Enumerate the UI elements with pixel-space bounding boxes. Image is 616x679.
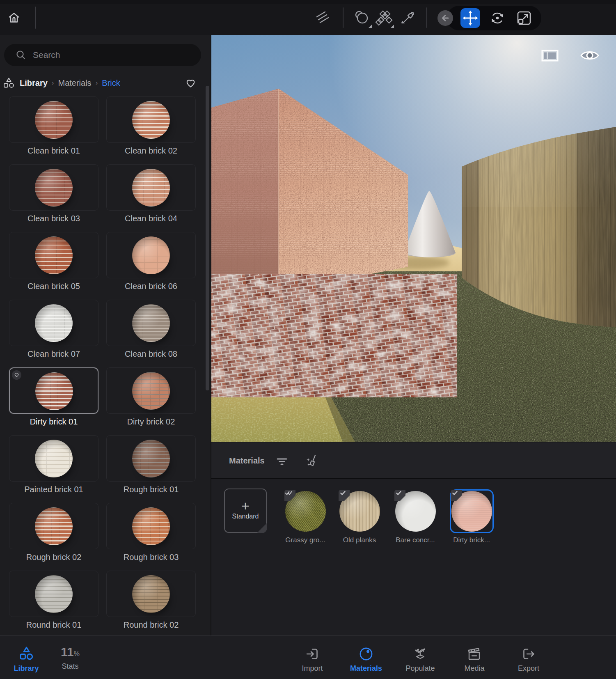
material-tile[interactable]: [106, 503, 196, 549]
material-tile[interactable]: [9, 300, 98, 346]
check-icon: [284, 490, 293, 497]
material-label: Rough brick 02: [9, 553, 98, 562]
scene-material-label: Bare concr...: [387, 536, 444, 544]
tab-materials[interactable]: Materials: [339, 646, 393, 673]
plus-icon: +: [241, 501, 250, 510]
tab-populate-label: Populate: [405, 664, 435, 673]
toolbar-divider: [343, 7, 343, 28]
panel-divider: [211, 478, 616, 479]
sidebar-scrollbar[interactable]: [206, 86, 209, 390]
home-icon[interactable]: [7, 11, 21, 24]
material-label: Clean brick 01: [9, 146, 98, 156]
material-tile[interactable]: [106, 232, 196, 278]
material-tile[interactable]: [9, 164, 98, 211]
filter-icon[interactable]: [275, 454, 289, 468]
back-arrow-button[interactable]: [437, 10, 453, 26]
material-drag-preview[interactable]: [211, 274, 457, 397]
dropdown-caret: [369, 25, 372, 28]
material-sphere: [35, 372, 73, 410]
tab-import-label: Import: [302, 664, 323, 673]
material-label: Clean brick 03: [9, 214, 98, 223]
export-icon: [520, 646, 537, 662]
material-tile[interactable]: [9, 503, 98, 549]
material-label: Round brick 02: [106, 620, 196, 630]
stats-value: 11%: [61, 646, 80, 660]
eyedropper-icon[interactable]: [400, 10, 416, 26]
scene-render: [211, 35, 616, 442]
material-sphere: [132, 304, 170, 342]
materials-panel-title: Materials: [229, 456, 265, 466]
checker-cross-icon[interactable]: [374, 8, 396, 30]
clean-brush-icon[interactable]: [304, 453, 321, 469]
move-icon: [460, 8, 480, 28]
scene-material-label: Dirty brick...: [443, 536, 500, 544]
material-sphere: [35, 440, 73, 477]
material-label: Rough brick 03: [106, 553, 196, 562]
scene-material-label: Old planks: [331, 536, 388, 544]
corner-fold: [257, 523, 267, 533]
check-icon: [394, 490, 403, 497]
material-tile[interactable]: [9, 96, 98, 143]
material-sphere: [132, 101, 170, 139]
tab-import[interactable]: Import: [286, 646, 339, 673]
tab-populate[interactable]: Populate: [394, 646, 447, 673]
material-label: Clean brick 04: [106, 214, 196, 223]
tab-materials-label: Materials: [350, 664, 382, 673]
material-tile[interactable]: [106, 164, 196, 211]
scale-icon: [514, 8, 534, 28]
check-icon: [451, 490, 459, 497]
scale-tool-button[interactable]: [514, 8, 534, 28]
media-clapper-icon: [466, 646, 483, 662]
favorite-badge[interactable]: [12, 370, 21, 380]
heart-icon: [14, 372, 19, 378]
material-tile[interactable]: [106, 367, 196, 414]
tab-library-label: Library: [14, 664, 39, 673]
material-sphere: [35, 507, 73, 545]
check-icon: [339, 490, 347, 497]
viewport-3d[interactable]: [211, 35, 616, 442]
material-tile[interactable]: [106, 96, 196, 143]
standard-material-tile[interactable]: + Standard: [224, 489, 267, 533]
top-toolbar: [0, 0, 616, 35]
scene-materials-panel: Materials + Standard Grassy gro...Old pl…: [211, 442, 616, 635]
dropdown-caret: [391, 25, 394, 28]
material-label: Dirty brick 02: [106, 417, 196, 427]
tab-media[interactable]: Media: [448, 646, 501, 673]
tab-export[interactable]: Export: [502, 646, 555, 673]
material-tile[interactable]: [9, 367, 98, 414]
material-tile[interactable]: [9, 435, 98, 482]
material-grid: Clean brick 01Clean brick 02Clean brick …: [0, 35, 211, 635]
sunlit-grass: [211, 397, 355, 442]
materials-panel-header: [211, 443, 616, 478]
material-sphere: [35, 236, 73, 274]
material-tile[interactable]: [9, 571, 98, 617]
scene-material-label: Grassy gro...: [277, 536, 334, 544]
material-sphere: [132, 507, 170, 545]
tab-stats-label: Stats: [62, 662, 78, 671]
material-tile[interactable]: [106, 435, 196, 482]
eye-icon[interactable]: [581, 52, 598, 59]
hatch-lines-icon[interactable]: [315, 11, 330, 25]
material-sphere: [132, 169, 170, 206]
library-sidebar: Library › Materials › Brick Clean brick …: [0, 35, 211, 635]
import-icon: [304, 646, 321, 662]
shape-circles-icon[interactable]: [352, 8, 373, 30]
rotate-icon: [488, 8, 507, 28]
tab-stats[interactable]: 11% Stats: [44, 646, 97, 671]
material-sphere: [35, 304, 73, 342]
material-label: Painted brick 01: [9, 485, 98, 494]
material-label: Clean brick 05: [9, 282, 98, 291]
material-tile[interactable]: [106, 300, 196, 346]
rotate-tool-button[interactable]: [488, 8, 507, 28]
standard-label: Standard: [232, 513, 259, 520]
material-tile[interactable]: [9, 232, 98, 278]
move-tool-button[interactable]: [460, 8, 480, 28]
material-label: Clean brick 06: [106, 282, 196, 291]
material-tile[interactable]: [106, 571, 196, 617]
material-sphere: [35, 169, 73, 206]
material-label: Clean brick 07: [9, 349, 98, 359]
material-label: Dirty brick 01: [9, 417, 98, 427]
material-label: Round brick 01: [9, 620, 98, 630]
material-sphere: [132, 372, 170, 410]
material-label: Clean brick 02: [106, 146, 196, 156]
